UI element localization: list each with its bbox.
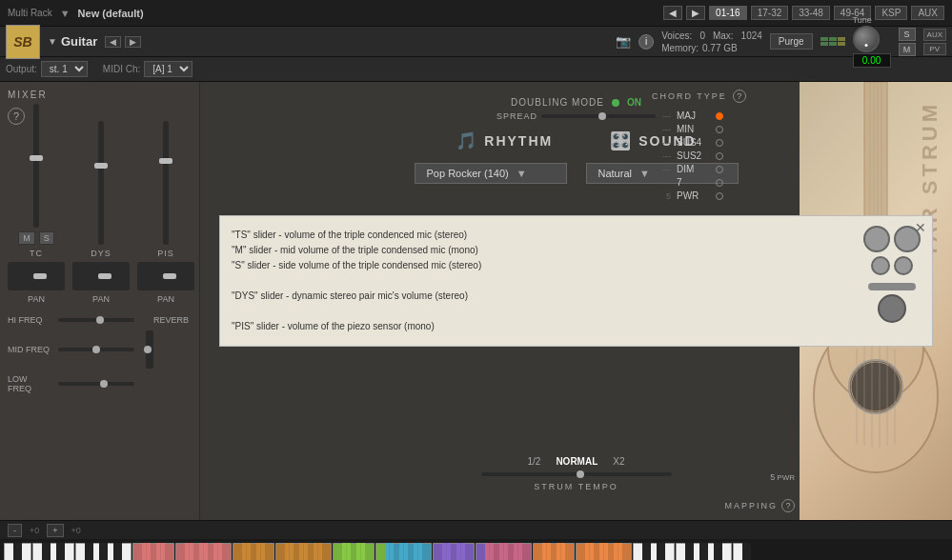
black-key[interactable] xyxy=(742,543,751,560)
octave-down-button[interactable]: - xyxy=(8,524,22,537)
black-key[interactable] xyxy=(642,543,651,560)
rhythm-label: RHYTHM xyxy=(484,133,553,149)
tempo-handle[interactable] xyxy=(577,470,584,478)
chord-sus4-dash: --- xyxy=(652,138,671,148)
black-key[interactable] xyxy=(414,543,422,560)
output-dropdown[interactable]: st. 1 xyxy=(41,61,88,77)
black-key[interactable] xyxy=(657,543,665,560)
black-key[interactable] xyxy=(614,543,622,560)
mapping-label: MAPPING xyxy=(724,501,778,510)
black-key[interactable] xyxy=(314,543,322,560)
black-key[interactable] xyxy=(342,543,351,560)
black-key[interactable] xyxy=(499,543,508,560)
reverb-handle[interactable] xyxy=(144,346,152,353)
black-key[interactable] xyxy=(699,543,708,560)
inst-nav-next[interactable]: ▶ xyxy=(125,36,141,48)
black-key[interactable] xyxy=(514,543,522,560)
chord-sus2-dot[interactable] xyxy=(716,152,723,160)
pis-fader-handle[interactable] xyxy=(159,158,172,164)
black-key[interactable] xyxy=(542,543,551,560)
black-key[interactable] xyxy=(113,543,122,560)
pis-pan-track xyxy=(137,262,194,290)
tc-s-button[interactable]: S xyxy=(39,231,54,245)
chord-sus2-name: SUS2 xyxy=(677,150,710,161)
black-key[interactable] xyxy=(385,543,394,560)
inst-nav-prev[interactable]: ◀ xyxy=(105,36,121,48)
chord-maj-dot[interactable] xyxy=(716,112,723,120)
tc-pan-handle[interactable] xyxy=(33,273,47,279)
rhythm-button[interactable]: 🎵 RHYTHM xyxy=(456,130,553,151)
dys-pan-handle[interactable] xyxy=(98,273,111,279)
s-button[interactable]: S xyxy=(899,28,916,41)
rhythm-dropdown[interactable]: Pop Rocker (140) ▼ xyxy=(415,163,567,184)
black-key[interactable] xyxy=(714,543,722,560)
black-key[interactable] xyxy=(42,543,51,560)
chord-sus4-dot[interactable] xyxy=(716,139,723,147)
black-key[interactable] xyxy=(242,543,251,560)
black-key[interactable] xyxy=(485,543,494,560)
chord-min-dot[interactable] xyxy=(716,126,723,133)
black-key[interactable] xyxy=(557,543,565,560)
chord-pwr-dot[interactable] xyxy=(716,192,723,200)
tempo-half[interactable]: 1/2 xyxy=(527,456,540,467)
black-key[interactable] xyxy=(299,543,308,560)
tempo-slider[interactable] xyxy=(481,472,672,476)
chord-type-help[interactable]: ? xyxy=(733,90,746,103)
black-key[interactable] xyxy=(185,543,193,560)
black-key[interactable] xyxy=(456,543,465,560)
mid-freq-handle[interactable] xyxy=(92,346,100,353)
tooltip-line-2: "S" slider - side volume of the triple c… xyxy=(232,258,921,273)
black-key[interactable] xyxy=(13,543,22,560)
tune-knob[interactable] xyxy=(853,26,880,52)
hi-freq-slider[interactable] xyxy=(58,318,134,322)
spread-handle[interactable] xyxy=(598,112,606,120)
pis-pan-handle[interactable] xyxy=(163,273,176,279)
chord-min-name: MIN xyxy=(677,124,710,134)
black-key[interactable] xyxy=(585,543,594,560)
tempo-double[interactable]: X2 xyxy=(613,456,624,467)
tc-fader-handle[interactable] xyxy=(30,155,43,161)
black-key[interactable] xyxy=(256,543,265,560)
mid-freq-row: MID FREQ xyxy=(8,330,192,369)
black-key[interactable] xyxy=(199,543,208,560)
keys-container[interactable] xyxy=(0,539,952,560)
pv-button[interactable]: PV xyxy=(923,43,946,55)
aux-button[interactable]: AUX xyxy=(923,29,946,41)
black-key[interactable] xyxy=(56,543,65,560)
doubling-led[interactable] xyxy=(612,99,619,107)
low-freq-handle[interactable] xyxy=(100,380,108,388)
chord-dim-dot[interactable] xyxy=(716,166,723,173)
spread-slider[interactable] xyxy=(541,114,656,118)
chord-7-dot[interactable] xyxy=(716,179,723,187)
purge-button[interactable]: Purge xyxy=(770,33,813,50)
black-key[interactable] xyxy=(285,543,294,560)
info-button[interactable]: i xyxy=(638,34,654,50)
black-key[interactable] xyxy=(156,543,165,560)
chord-dim-row: --- DIM xyxy=(652,164,795,174)
m-button[interactable]: M xyxy=(899,43,916,56)
black-key[interactable] xyxy=(399,543,408,560)
black-key[interactable] xyxy=(142,543,151,560)
black-key[interactable] xyxy=(85,543,93,560)
dys-fader-handle[interactable] xyxy=(94,163,108,169)
hi-freq-handle[interactable] xyxy=(96,316,104,324)
low-freq-slider[interactable] xyxy=(58,382,134,386)
octave-up-button[interactable]: + xyxy=(47,524,63,537)
reverb-slider[interactable] xyxy=(146,330,153,369)
tooltip-line-6: "PIS" slider - volume of the piezo senso… xyxy=(232,319,921,334)
black-key[interactable] xyxy=(442,543,451,560)
tc-m-button[interactable]: M xyxy=(18,231,35,245)
inst-expand-arrow[interactable]: ▼ xyxy=(48,36,57,47)
voices-value: 0 xyxy=(699,30,705,41)
black-key[interactable] xyxy=(99,543,108,560)
main-area: MIXER ? M S TC PAN xyxy=(0,82,952,520)
camera-icon[interactable]: 📷 xyxy=(616,34,631,49)
black-key[interactable] xyxy=(356,543,365,560)
black-key[interactable] xyxy=(599,543,608,560)
tempo-normal[interactable]: NORMAL xyxy=(556,456,598,467)
mid-freq-slider[interactable] xyxy=(58,348,134,351)
mapping-help[interactable]: ? xyxy=(781,499,795,512)
midi-dropdown[interactable]: [A] 1 xyxy=(144,61,192,77)
black-key[interactable] xyxy=(685,543,694,560)
black-key[interactable] xyxy=(213,543,222,560)
